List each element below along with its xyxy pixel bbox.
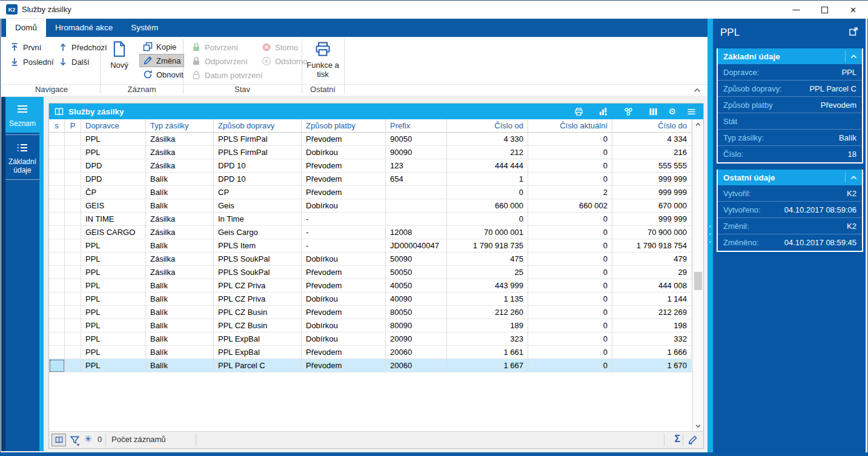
table-cell[interactable]: 80050 [386, 306, 447, 319]
table-cell[interactable]: Převodem [302, 173, 386, 186]
table-cell[interactable]: PPL [81, 266, 146, 279]
table-cell[interactable]: 660 002 [528, 199, 612, 213]
table-cell[interactable]: 25 [447, 266, 528, 279]
table-cell[interactable]: 0 [528, 226, 612, 239]
confirm-button[interactable]: Potvrzení [188, 41, 242, 54]
table-cell[interactable] [386, 213, 447, 226]
table-cell[interactable]: 0 [528, 266, 612, 279]
table-cell[interactable] [49, 159, 65, 173]
table-cell[interactable] [49, 239, 65, 253]
table-cell[interactable]: Zásilka [146, 266, 214, 279]
table-cell[interactable]: 0 [528, 306, 612, 319]
table-cell[interactable]: Dobírkou [302, 199, 386, 213]
table-cell[interactable]: Převodem [302, 133, 386, 146]
table-cell[interactable]: 0 [528, 359, 612, 372]
table-cell[interactable]: GEIS [81, 199, 146, 213]
table-row[interactable]: PPLBalíkPPLS Item-JD0000400471 790 918 7… [49, 239, 692, 253]
table-row[interactable]: PPLZásilkaPPLS SoukPalDobírkou5009047504… [49, 253, 692, 266]
table-cell[interactable]: PPLS FirmPal [214, 133, 302, 146]
table-cell[interactable] [65, 319, 81, 332]
table-cell[interactable]: 0 [528, 159, 612, 173]
table-cell[interactable]: 0 [528, 173, 612, 186]
table-cell[interactable]: IN TIME [81, 213, 146, 226]
table-cell[interactable]: 70 000 001 [447, 226, 528, 239]
column-header[interactable]: P [65, 119, 81, 133]
table-cell[interactable]: 660 000 [447, 199, 528, 213]
table-row[interactable]: PPLZásilkaPPLS SoukPalPřevodem5005025029 [49, 266, 692, 279]
table-cell[interactable] [65, 173, 81, 186]
table-cell[interactable]: GEIS CARGO [81, 226, 146, 239]
table-cell[interactable]: Převodem [302, 279, 386, 292]
table-cell[interactable]: Zásilka [146, 253, 214, 266]
table-cell[interactable]: Balík [146, 186, 214, 199]
new-button[interactable]: Nový [105, 41, 133, 70]
table-cell[interactable]: Zásilka [146, 133, 214, 146]
column-header[interactable]: Číslo aktuální [528, 119, 612, 133]
table-cell[interactable]: Zásilka [146, 159, 214, 173]
table-cell[interactable]: 670 000 [612, 199, 692, 213]
table-row[interactable]: GEISBalíkGeisDobírkou660 000660 002670 0… [49, 199, 692, 213]
tab-hromadne-akce[interactable]: Hromadné akce [46, 19, 122, 37]
vertical-scrollbar[interactable] [692, 119, 703, 431]
table-cell[interactable]: 443 999 [447, 279, 528, 292]
table-cell[interactable]: DPD 10 [214, 173, 302, 186]
columns-icon[interactable] [648, 107, 658, 116]
table-row[interactable]: PPLBalíkPPL Parcel CPřevodem200601 66701… [49, 359, 692, 372]
table-cell[interactable]: Balík [146, 292, 214, 306]
table-row[interactable]: PPLBalíkPPL ExpBalDobírkou200903230332 [49, 332, 692, 346]
table-cell[interactable] [49, 279, 65, 292]
table-cell[interactable]: 212 269 [612, 306, 692, 319]
table-cell[interactable] [386, 199, 447, 213]
table-cell[interactable] [65, 266, 81, 279]
table-cell[interactable]: PPL [81, 292, 146, 306]
book-view-button[interactable] [51, 434, 66, 446]
table-cell[interactable] [49, 199, 65, 213]
table-row[interactable]: DPDBalíkDPD 10Převodem65410999 999 [49, 173, 692, 186]
table-cell[interactable]: PPL [81, 306, 146, 319]
table-cell[interactable]: 444 008 [612, 279, 692, 292]
table-cell[interactable] [386, 186, 447, 199]
table-cell[interactable]: CP [214, 186, 302, 199]
table-cell[interactable]: 0 [528, 346, 612, 359]
next-button[interactable]: Další [55, 55, 93, 68]
table-cell[interactable]: PPL [81, 146, 146, 159]
table-cell[interactable]: Dobírkou [302, 253, 386, 266]
edit-icon[interactable] [687, 435, 698, 445]
table-cell[interactable] [49, 346, 65, 359]
uncancel-button[interactable]: Odstorno [258, 55, 311, 68]
table-cell[interactable]: Převodem [302, 159, 386, 173]
table-cell[interactable]: Balík [146, 173, 214, 186]
table-cell[interactable]: 12008 [386, 226, 447, 239]
table-cell[interactable]: Zásilka [146, 213, 214, 226]
previous-button[interactable]: Předchozí [55, 41, 111, 54]
table-cell[interactable]: PPL ExpBal [214, 332, 302, 346]
table-cell[interactable]: 90090 [386, 146, 447, 159]
table-cell[interactable]: 123 [386, 159, 447, 173]
table-cell[interactable]: 1 670 [612, 359, 692, 372]
table-cell[interactable]: 0 [528, 319, 612, 332]
sidebar-item-seznam[interactable]: Seznam [5, 97, 39, 133]
table-cell[interactable]: - [302, 239, 386, 253]
column-header[interactable]: s [49, 119, 65, 133]
table-cell[interactable]: 999 999 [612, 213, 692, 226]
table-cell[interactable] [49, 266, 65, 279]
table-cell[interactable] [65, 239, 81, 253]
table-cell[interactable]: 50050 [386, 266, 447, 279]
table-cell[interactable]: 0 [528, 213, 612, 226]
snowflake-icon[interactable]: ✳ [84, 434, 92, 444]
unconfirm-button[interactable]: Odpotvrzení [188, 55, 251, 68]
section-header[interactable]: Ostatní údaje [718, 170, 862, 185]
table-cell[interactable]: 40090 [386, 292, 447, 306]
table-cell[interactable]: 4 330 [447, 133, 528, 146]
table-cell[interactable]: Převodem [302, 186, 386, 199]
table-cell[interactable] [65, 186, 81, 199]
table-cell[interactable]: Balík [146, 199, 214, 213]
table-cell[interactable]: - [302, 213, 386, 226]
scroll-down-button[interactable] [693, 421, 703, 431]
table-cell[interactable]: 50090 [386, 253, 447, 266]
table-cell[interactable] [65, 292, 81, 306]
table-cell[interactable]: Převodem [302, 266, 386, 279]
column-header[interactable]: Číslo do [612, 119, 692, 133]
table-cell[interactable] [49, 253, 65, 266]
column-header[interactable]: Způsob platby [302, 119, 386, 133]
